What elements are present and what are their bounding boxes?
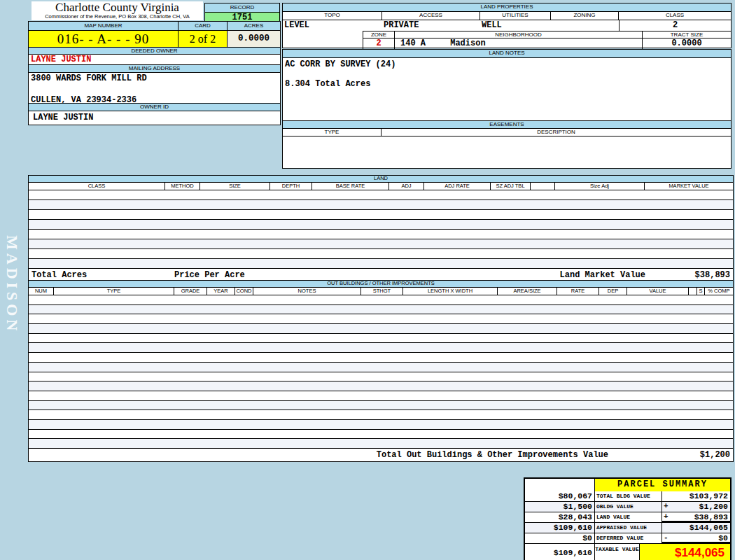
summary-value: +$38,893	[662, 512, 730, 522]
commissioner-line: Commissioner of the Revenue, PO Box 308,…	[31, 14, 203, 20]
acres-value: 0.0000	[227, 31, 280, 47]
land-notes-section: LAND NOTES AC CORR BY SURVEY (24) 8.304 …	[282, 49, 732, 122]
table-row	[29, 259, 733, 269]
column-header: NOTES	[253, 288, 361, 295]
neighborhood-name: Madison	[450, 38, 485, 48]
mailing-address-value: 3800 WARDS FORK MILL RD CULLEN, VA 23934…	[28, 73, 281, 104]
parcel-summary-row: $1,500OBLDG VALUE+$1,200	[525, 501, 730, 512]
price-per-acre-label: Price Per Acre	[174, 270, 245, 280]
land-note-line-2: 8.304 Total Acres	[285, 79, 370, 89]
land-properties-column-headers: TOPO ACCESS UTILITIES ZONING CLASS	[283, 12, 731, 20]
card-label: CARD	[178, 22, 227, 30]
easement-description-label: DESCRIPTION	[382, 129, 731, 136]
summary-value: -$0	[662, 533, 730, 543]
summary-sign: +	[664, 512, 668, 522]
parcel-summary-row: $28,043LAND VALUE+$38,893	[525, 512, 730, 522]
neighborhood-code: 140 A	[400, 38, 426, 48]
tract-size-label: TRACT SIZE	[643, 31, 731, 38]
parcel-summary-header-row: PARCEL SUMMARY	[525, 479, 730, 491]
column-header: DEP	[599, 288, 627, 295]
table-row	[29, 230, 733, 239]
summary-label: OBLDG VALUE	[595, 502, 662, 512]
access-value: PRIVATE	[382, 20, 480, 31]
table-row	[29, 190, 733, 200]
column-header	[689, 288, 697, 295]
column-header	[531, 183, 555, 190]
neighborhood-value: 140 A Madison	[395, 38, 643, 49]
column-header: CLASS	[29, 183, 165, 190]
table-row	[29, 314, 733, 324]
land-properties-header: LAND PROPERTIES	[283, 4, 731, 12]
utilities-value: WELL	[480, 20, 551, 31]
column-header: YEAR	[207, 288, 235, 295]
summary-amount: $38,893	[694, 512, 728, 522]
easements-body	[283, 136, 731, 168]
column-header: VALUE	[627, 288, 689, 295]
table-row	[29, 410, 733, 420]
zone-value: 2	[363, 38, 395, 49]
outbuildings-body	[29, 295, 733, 449]
outbuildings-header: OUT BUILDINGS / OTHER IMPROVEMENTS	[29, 281, 733, 288]
card-value: 2 of 2	[178, 31, 227, 47]
record-box: RECORD 1751	[204, 3, 280, 23]
land-properties-values: LEVEL PRIVATE WELL 2	[283, 20, 731, 31]
table-row	[29, 372, 733, 382]
table-row	[29, 353, 733, 363]
land-table-body	[29, 190, 733, 269]
summary-sign: -	[664, 533, 668, 542]
column-header: % COMP	[705, 288, 733, 295]
table-row	[29, 200, 733, 210]
table-row	[29, 430, 733, 440]
acres-label: ACRES	[227, 22, 280, 30]
parcel-id-grid: MAP NUMBER CARD ACRES 016- - A- - - 90 2…	[28, 21, 281, 48]
prior-value-empty-cell	[525, 479, 595, 491]
table-row	[29, 382, 733, 391]
mailing-address-label: MAILING ADDRESS	[28, 65, 281, 73]
prior-value: $1,500	[525, 502, 595, 512]
easement-type-label: TYPE	[283, 129, 382, 136]
zoning-value	[551, 20, 619, 31]
land-notes-header: LAND NOTES	[283, 50, 731, 58]
prior-value: $109,610	[525, 523, 595, 533]
parcel-summary-title: PARCEL SUMMARY	[595, 479, 730, 491]
land-market-value: $38,893	[695, 270, 730, 280]
summary-label: DEFERRED VALUE	[595, 533, 662, 543]
column-header: GRADE	[174, 288, 207, 295]
prior-value: $28,043	[525, 512, 595, 522]
zone-label: ZONE	[363, 31, 395, 38]
column-header: METHOD	[165, 183, 200, 190]
county-watermark: MADISON	[3, 235, 21, 334]
land-table-header: LAND	[29, 176, 733, 183]
deeded-owner-label: DEEDED OWNER	[28, 47, 281, 55]
parcel-summary-row: $109,610APPRAISED VALUE$144,065	[525, 522, 730, 533]
land-note-line-1: AC CORR BY SURVEY (24)	[285, 59, 396, 69]
column-header: RATE	[557, 288, 599, 295]
table-row	[29, 249, 733, 259]
prior-value: $0	[525, 533, 595, 543]
parcel-summary-section: PARCEL SUMMARY $80,067TOTAL BLDG VALUE$1…	[524, 477, 732, 560]
column-header: S	[697, 288, 705, 295]
parcel-summary-row: $80,067TOTAL BLDG VALUE$103,972	[525, 491, 730, 501]
table-row	[29, 439, 733, 449]
outbuildings-column-headers: NUMTYPEGRADEYEARCONDNOTESSTHGTLENGTH X W…	[29, 288, 733, 295]
parcel-summary-row: $0DEFERRED VALUE-$0	[525, 533, 730, 543]
utilities-label: UTILITIES	[480, 12, 551, 20]
outbuildings-footer: Total Out Buildings & Other Improvements…	[29, 449, 733, 461]
address-line-1: 3800 WARDS FORK MILL RD	[31, 74, 280, 83]
summary-label: APPRAISED VALUE	[595, 523, 662, 533]
topo-label: TOPO	[283, 12, 382, 20]
topo-value: LEVEL	[283, 20, 382, 31]
column-header: LENGTH X WIDTH	[403, 288, 498, 295]
column-header: BASE RATE	[312, 183, 389, 190]
column-header: COND	[235, 288, 253, 295]
summary-label: TOTAL BLDG VALUE	[595, 491, 662, 501]
neighborhood-label: NEIGHBORHOOD	[395, 31, 643, 38]
total-acres-label: Total Acres	[31, 270, 87, 280]
table-row	[29, 343, 733, 353]
property-record-card: MADISON Charlotte County Virginia Commis…	[0, 0, 735, 560]
column-header: STHGT	[361, 288, 403, 295]
column-header: AREA/SIZE	[498, 288, 557, 295]
column-header: ADJ RATE	[424, 183, 491, 190]
land-notes-body: AC CORR BY SURVEY (24) 8.304 Total Acres	[283, 58, 731, 121]
table-row	[29, 295, 733, 305]
